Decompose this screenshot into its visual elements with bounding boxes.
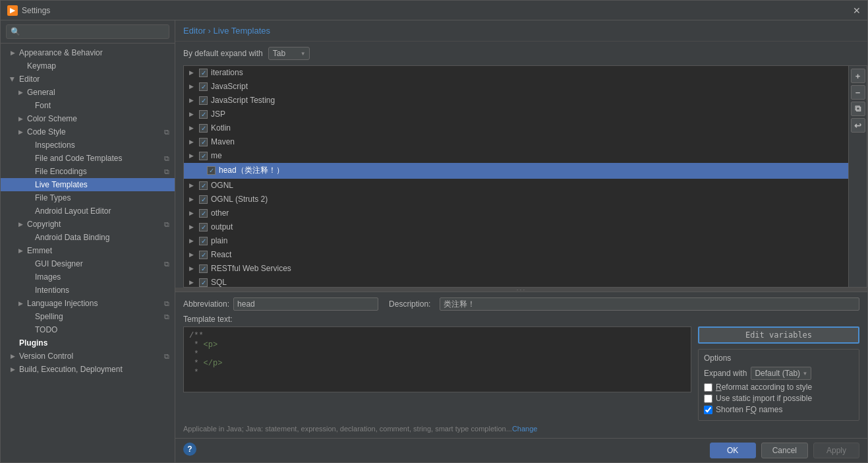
arrow-icon	[24, 326, 32, 334]
list-item[interactable]: ▶ RESTful Web Services	[184, 262, 848, 276]
list-item[interactable]: ▶ OGNL	[184, 179, 848, 193]
sidebar-item-label: GUI Designer	[35, 259, 83, 268]
checkbox-icon[interactable]	[199, 237, 208, 245]
copy-template-button[interactable]: ⧉	[851, 102, 865, 116]
sidebar-item-languageinjections[interactable]: ▶ Language Injections ⧉	[1, 297, 175, 310]
cancel-button[interactable]: Cancel	[761, 443, 808, 458]
list-item[interactable]: ▶ other	[184, 206, 848, 220]
add-template-button[interactable]: +	[851, 69, 865, 83]
help-button[interactable]: ?	[183, 443, 196, 456]
abbreviation-label: Abbreviation:	[183, 299, 229, 309]
list-item[interactable]: ▶ JSP	[184, 108, 848, 121]
sidebar-item-general[interactable]: ▶ General	[1, 86, 175, 99]
list-item[interactable]: ▶ Maven	[184, 135, 848, 149]
list-item[interactable]: ▶ iterations	[184, 66, 848, 80]
shorten-fq-checkbox[interactable]	[704, 406, 712, 414]
list-item[interactable]: ▶ React	[184, 248, 848, 262]
expand-arrow-icon: ▶	[189, 83, 197, 90]
list-item[interactable]: ▶ plain	[184, 234, 848, 248]
expand-with-label: Expand with	[704, 369, 747, 378]
sidebar-item-androiddatabinding[interactable]: Android Data Binding	[1, 231, 175, 244]
code-comment: /**	[189, 331, 204, 340]
sidebar-item-keymap[interactable]: Keymap	[1, 59, 175, 73]
checkbox-icon[interactable]	[199, 209, 208, 218]
revert-template-button[interactable]: ↩	[851, 118, 865, 133]
sidebar-item-livetemplates[interactable]: Live Templates	[1, 178, 175, 191]
reformat-checkbox-row: Reformat according to style	[704, 383, 854, 392]
window-title: Settings	[22, 6, 853, 15]
static-import-checkbox[interactable]	[704, 394, 712, 403]
sidebar-item-emmet[interactable]: ▶ Emmet	[1, 244, 175, 257]
expand-with-select[interactable]: Tab Space Enter	[268, 47, 310, 60]
sidebar-item-label: File and Code Templates	[35, 154, 123, 163]
sidebar-item-editor[interactable]: ▶ Editor	[1, 73, 175, 86]
search-input[interactable]	[6, 24, 169, 39]
sidebar-item-spelling[interactable]: Spelling ⧉	[1, 310, 175, 323]
sidebar-item-androidlayouteditor[interactable]: Android Layout Editor	[1, 204, 175, 218]
checkbox-icon[interactable]	[199, 110, 208, 119]
sidebar-item-inspections[interactable]: Inspections	[1, 139, 175, 152]
sidebar-item-images[interactable]: Images	[1, 270, 175, 284]
close-button[interactable]: ✕	[853, 5, 861, 16]
code-comment: *	[189, 359, 204, 368]
list-item[interactable]: ▶ OGNL (Struts 2)	[184, 193, 848, 206]
sidebar-item-codestyle[interactable]: ▶ Code Style ⧉	[1, 125, 175, 139]
checkbox-icon[interactable]	[199, 264, 208, 273]
code-comment: *	[189, 350, 198, 359]
description-input[interactable]	[440, 297, 859, 311]
sidebar-item-colorscheme[interactable]: ▶ Color Scheme	[1, 112, 175, 125]
list-item[interactable]: ▶ JavaScript	[184, 80, 848, 94]
checkbox-icon[interactable]	[199, 181, 208, 190]
expand-arrow-icon: ▶	[189, 224, 197, 230]
sidebar-item-todo[interactable]: TODO	[1, 323, 175, 336]
sidebar-item-filecodetemplates[interactable]: File and Code Templates ⧉	[1, 152, 175, 165]
checkbox-icon[interactable]	[199, 138, 208, 146]
checkbox-icon[interactable]	[199, 96, 208, 105]
sidebar-item-filetypes[interactable]: File Types	[1, 191, 175, 204]
reformat-checkbox[interactable]	[704, 383, 712, 392]
expand-with-row: Expand with Default (Tab) Tab Space Ente…	[704, 367, 854, 380]
sidebar-item-intentions[interactable]: Intentions	[1, 284, 175, 297]
checkbox-icon[interactable]	[199, 124, 208, 133]
template-code-editor[interactable]: /** * <p> * * </p> *	[183, 326, 691, 392]
template-group-label: React	[211, 250, 231, 259]
sidebar-item-versioncontrol[interactable]: ▶ Version Control ⧉	[1, 350, 175, 363]
checkbox-icon[interactable]	[199, 152, 208, 160]
static-import-label: Use static import if possible	[716, 394, 812, 403]
sidebar-item-appearance[interactable]: ▶ Appearance & Behavior	[1, 46, 175, 59]
ok-button[interactable]: OK	[710, 443, 756, 458]
checkbox-icon[interactable]	[199, 223, 208, 232]
sidebar-item-label: Language Injections	[27, 299, 98, 308]
change-link[interactable]: Change	[512, 425, 538, 433]
sidebar-item-copyright[interactable]: ▶ Copyright ⧉	[1, 218, 175, 231]
copy-icon: ⧉	[164, 154, 169, 163]
template-group-label: OGNL	[211, 181, 233, 190]
edit-variables-button[interactable]: Edit variables	[698, 326, 859, 344]
expand-arrow-icon: ▶	[189, 210, 197, 216]
sidebar-item-fileencodings[interactable]: File Encodings ⧉	[1, 165, 175, 178]
checkbox-icon[interactable]	[199, 69, 208, 77]
remove-template-button[interactable]: −	[851, 85, 865, 100]
arrow-icon: ▶	[16, 115, 24, 123]
checkbox-icon[interactable]	[199, 278, 208, 287]
checkbox-icon[interactable]	[199, 251, 208, 259]
sidebar-item-build[interactable]: ▶ Build, Execution, Deployment	[1, 363, 175, 376]
arrow-icon	[24, 260, 32, 268]
abbreviation-row: Abbreviation: Description:	[183, 297, 859, 311]
abbreviation-input[interactable]	[233, 297, 378, 311]
checkbox-icon[interactable]	[199, 82, 208, 91]
sidebar-item-label: Plugins	[19, 338, 47, 348]
template-group-label: iterations	[211, 68, 243, 77]
list-item[interactable]: ▶ Kotlin	[184, 121, 848, 135]
checkbox-icon[interactable]	[207, 166, 216, 175]
sidebar-item-plugins[interactable]: Plugins	[1, 336, 175, 350]
checkbox-icon[interactable]	[199, 195, 208, 204]
list-item[interactable]: ▶ JavaScript Testing	[184, 94, 848, 108]
list-item[interactable]: ▶ output	[184, 220, 848, 234]
sidebar-item-font[interactable]: Font	[1, 99, 175, 112]
apply-button[interactable]: Apply	[813, 443, 859, 458]
sidebar-item-guidesigner[interactable]: GUI Designer ⧉	[1, 257, 175, 270]
options-expand-select[interactable]: Default (Tab) Tab Space Enter	[751, 367, 811, 380]
list-item[interactable]: head（类注释！）	[184, 163, 848, 179]
list-item[interactable]: ▶ me	[184, 149, 848, 163]
